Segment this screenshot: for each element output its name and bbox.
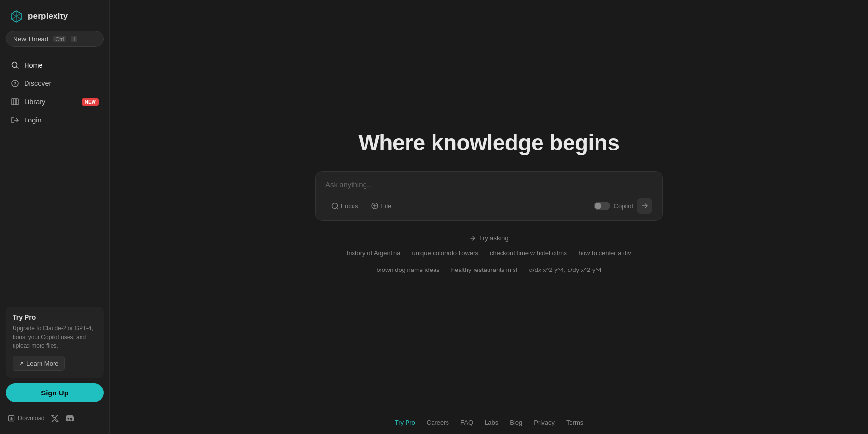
nav-home-label: Home <box>24 61 43 69</box>
nav-home[interactable]: Home <box>6 56 104 74</box>
nav-discover[interactable]: Discover <box>6 75 104 92</box>
sidebar-footer: Download <box>6 410 104 426</box>
signup-button[interactable]: Sign Up <box>6 383 104 402</box>
x-social-icon[interactable] <box>51 414 59 422</box>
suggestion-restaurants-sf[interactable]: healthy restaurants in sf <box>448 264 522 275</box>
main-footer: Try Pro Careers FAQ Labs Blog Privacy Te… <box>110 411 868 434</box>
footer-blog[interactable]: Blog <box>510 419 522 426</box>
new-thread-button[interactable]: New Thread Ctrl I <box>6 31 104 47</box>
suggestions-row-1: history of Argentina unique colorado flo… <box>343 247 635 258</box>
focus-label: Focus <box>341 203 358 210</box>
footer-try-pro[interactable]: Try Pro <box>395 419 415 426</box>
download-label: Download <box>18 415 45 421</box>
search-footer-right: Copilot <box>594 198 652 214</box>
footer-terms[interactable]: Terms <box>566 419 583 426</box>
library-icon <box>11 97 19 106</box>
download-button[interactable]: Download <box>8 415 45 422</box>
footer-privacy[interactable]: Privacy <box>534 419 555 426</box>
hero-title: Where knowledge begins <box>358 130 619 156</box>
perplexity-logo-icon <box>10 10 23 23</box>
try-asking-text: Try asking <box>479 234 509 242</box>
svg-point-2 <box>12 80 18 87</box>
svg-rect-4 <box>12 99 14 105</box>
learn-more-button[interactable]: ↗ Learn More <box>13 356 65 371</box>
file-label: File <box>381 203 391 210</box>
nav-login-label: Login <box>24 116 41 124</box>
nav-login[interactable]: Login <box>6 111 104 129</box>
try-asking-section: Try asking history of Argentina unique c… <box>343 234 635 275</box>
search-input[interactable] <box>326 180 652 189</box>
svg-line-10 <box>337 208 338 209</box>
shortcut-i: I <box>71 36 77 42</box>
footer-labs[interactable]: Labs <box>485 419 498 426</box>
svg-rect-5 <box>14 99 16 105</box>
suggestion-dog-names[interactable]: brown dog name ideas <box>372 264 444 275</box>
svg-line-1 <box>17 67 19 69</box>
shortcut-ctrl: Ctrl <box>53 36 66 42</box>
compass-icon <box>11 79 19 88</box>
file-button[interactable]: File <box>366 200 397 213</box>
library-new-badge: NEW <box>82 98 99 106</box>
footer-careers[interactable]: Careers <box>427 419 449 426</box>
pro-card-title: Try Pro <box>13 313 97 321</box>
download-icon <box>8 415 15 422</box>
try-asking-icon <box>469 235 476 242</box>
main-content: Where knowledge begins Focus File <box>110 0 868 434</box>
file-icon <box>371 203 378 209</box>
suggestion-calculus[interactable]: d/dx x^2 y^4, d/dy x^2 y^4 <box>526 264 606 275</box>
learn-more-arrow-icon: ↗ <box>19 360 24 367</box>
pro-upgrade-card: Try Pro Upgrade to Claude-2 or GPT-4, bo… <box>6 307 104 378</box>
focus-icon <box>331 203 338 209</box>
footer-faq[interactable]: FAQ <box>461 419 473 426</box>
suggestion-argentina[interactable]: history of Argentina <box>343 247 404 258</box>
search-toolbar: Focus File Copilot <box>326 198 652 214</box>
copilot-label: Copilot <box>614 203 633 210</box>
copilot-toggle[interactable]: Copilot <box>594 202 633 210</box>
focus-button[interactable]: Focus <box>326 200 364 213</box>
suggestion-hotel-cdmx[interactable]: checkout time w hotel cdmx <box>486 247 571 258</box>
suggestions-row-2: brown dog name ideas healthy restaurants… <box>372 264 606 275</box>
arrow-right-icon <box>641 203 648 209</box>
svg-rect-6 <box>16 99 18 105</box>
search-box: Focus File Copilot <box>315 171 663 221</box>
try-asking-label: Try asking <box>469 234 509 242</box>
svg-point-3 <box>14 82 16 84</box>
search-icon <box>11 61 19 69</box>
new-thread-label: New Thread <box>13 35 48 42</box>
logo-text: perplexity <box>28 12 68 21</box>
search-submit-button[interactable] <box>637 198 652 214</box>
nav-library[interactable]: Library NEW <box>6 93 104 110</box>
copilot-toggle-switch[interactable] <box>594 202 610 210</box>
sidebar: perplexity New Thread Ctrl I Home Discov… <box>0 0 110 434</box>
pro-card-description: Upgrade to Claude-2 or GPT-4, boost your… <box>13 324 97 350</box>
svg-point-0 <box>12 62 17 68</box>
learn-more-label: Learn More <box>27 360 58 367</box>
nav-library-label: Library <box>24 98 45 106</box>
nav-discover-label: Discover <box>24 80 51 87</box>
logo-area: perplexity <box>6 8 104 31</box>
suggestion-colorado-flowers[interactable]: unique colorado flowers <box>408 247 482 258</box>
discord-social-icon[interactable] <box>65 414 74 422</box>
login-icon <box>11 116 19 124</box>
suggestion-center-div[interactable]: how to center a div <box>575 247 635 258</box>
